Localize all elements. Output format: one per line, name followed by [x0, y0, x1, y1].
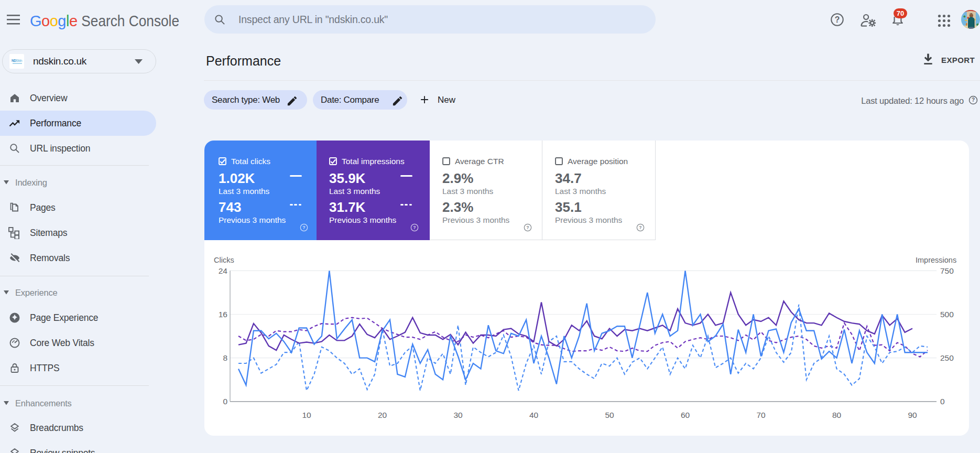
svg-text:0: 0 — [223, 397, 227, 406]
svg-text:?: ? — [835, 15, 840, 24]
svg-text:24: 24 — [219, 266, 228, 275]
svg-text:250: 250 — [940, 353, 954, 362]
svg-text:20: 20 — [378, 411, 387, 419]
svg-text:90: 90 — [908, 411, 917, 419]
svg-text:750: 750 — [940, 266, 954, 275]
svg-text:30: 30 — [453, 411, 463, 419]
svg-text:?: ? — [972, 97, 975, 103]
svg-text:Impressions: Impressions — [916, 256, 956, 264]
svg-text:10: 10 — [302, 411, 311, 419]
svg-text:80: 80 — [832, 411, 842, 419]
svg-text:40: 40 — [529, 411, 539, 419]
svg-text:?: ? — [413, 225, 416, 230]
svg-text:0: 0 — [940, 397, 945, 406]
svg-text:?: ? — [639, 225, 641, 230]
svg-text:50: 50 — [605, 411, 614, 419]
svg-text:Clicks: Clicks — [214, 256, 234, 264]
svg-text:8: 8 — [223, 353, 227, 362]
svg-text:70: 70 — [756, 411, 766, 419]
svg-text:500: 500 — [940, 310, 954, 319]
svg-text:?: ? — [302, 225, 305, 230]
svg-text:?: ? — [526, 225, 529, 230]
svg-text:16: 16 — [219, 310, 227, 319]
svg-text:60: 60 — [681, 411, 690, 419]
